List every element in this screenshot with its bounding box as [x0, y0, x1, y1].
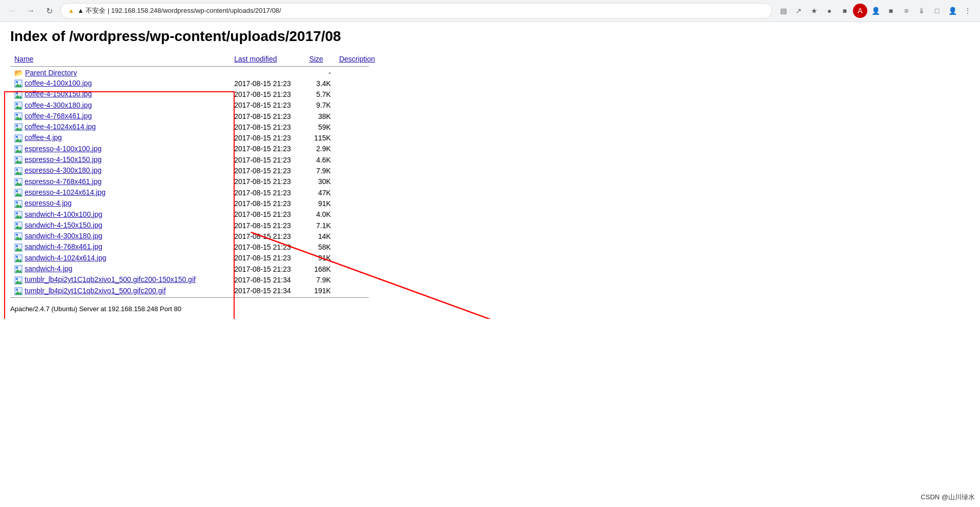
file-size: 91K: [305, 253, 335, 263]
file-icon: [14, 177, 23, 186]
table-row: sandwich-4-1024x614.jpg2017-08-15 21:239…: [10, 253, 379, 263]
ext5-icon[interactable]: ≡: [899, 4, 913, 18]
size-column-header[interactable]: Size: [309, 55, 323, 63]
ext3-icon[interactable]: 👤: [868, 4, 883, 18]
menu-icon[interactable]: ⋮: [961, 4, 975, 18]
file-link[interactable]: coffee-4-100x100.jpg: [25, 79, 92, 87]
reload-button[interactable]: ↻: [42, 4, 56, 18]
file-link[interactable]: espresso-4-100x100.jpg: [25, 145, 101, 153]
modified-column-header[interactable]: Last modified: [234, 55, 277, 63]
file-desc: [335, 286, 379, 296]
file-link[interactable]: coffee-4-768x461.jpg: [25, 112, 92, 120]
file-desc: [335, 78, 379, 89]
file-icon: [14, 221, 23, 229]
file-icon: [14, 232, 23, 240]
file-link[interactable]: espresso-4.jpg: [25, 199, 72, 207]
file-desc: [335, 220, 379, 231]
file-link[interactable]: espresso-4-768x461.jpg: [25, 177, 101, 186]
cast-icon[interactable]: ▤: [776, 4, 790, 18]
file-icon: [14, 188, 23, 196]
file-link[interactable]: sandwich-4.jpg: [25, 265, 72, 273]
file-link[interactable]: espresso-4-150x150.jpg: [25, 155, 101, 164]
file-icon: [14, 199, 23, 207]
file-link[interactable]: sandwich-4-768x461.jpg: [25, 242, 102, 251]
extension-icons: ▤ ↗ ★ ● ■ A 👤 ■ ≡ ⇓ □ 👤 ⋮: [776, 4, 975, 18]
table-row: espresso-4-768x461.jpg2017-08-15 21:2330…: [10, 176, 379, 187]
svg-rect-34: [16, 201, 18, 204]
file-desc: [335, 154, 379, 165]
file-icon: [14, 265, 23, 273]
share-icon[interactable]: ↗: [791, 4, 806, 18]
file-desc: [335, 263, 379, 274]
file-modified: 2017-08-15 21:23: [230, 78, 305, 89]
file-link[interactable]: sandwich-4-300x180.jpg: [25, 232, 102, 240]
file-size: 2.9K: [305, 144, 335, 154]
profile-icon[interactable]: 👤: [945, 4, 960, 18]
file-size: 7.1K: [305, 220, 335, 231]
file-icon: [14, 101, 23, 109]
svg-rect-1: [16, 81, 18, 83]
file-desc: [335, 132, 379, 143]
file-icon: [14, 254, 23, 262]
name-column-header[interactable]: Name: [14, 55, 33, 63]
file-desc: [335, 176, 379, 187]
ext4-icon[interactable]: ■: [884, 4, 898, 18]
table-row: tumblr_lb4pi2yt1C1qb2xivo1_500.gifc200-1…: [10, 274, 379, 285]
svg-rect-22: [16, 157, 18, 159]
file-link[interactable]: sandwich-4-1024x614.jpg: [25, 254, 107, 262]
address-bar[interactable]: ▲ ▲ 不安全 | 192.168.158.248/wordpress/wp-c…: [60, 3, 772, 18]
file-size: 58K: [305, 241, 335, 252]
file-link[interactable]: sandwich-4-150x150.jpg: [25, 221, 102, 229]
file-modified: 2017-08-15 21:23: [230, 132, 305, 143]
window-icon[interactable]: □: [930, 4, 944, 18]
file-size: 59K: [305, 121, 335, 132]
extensions-icon[interactable]: ●: [822, 4, 837, 18]
file-icon: [14, 166, 23, 174]
file-link[interactable]: espresso-4-1024x614.jpg: [25, 188, 106, 196]
back-button[interactable]: ←: [5, 4, 19, 18]
ext2-icon[interactable]: A: [853, 4, 867, 18]
table-row: sandwich-4-100x100.jpg2017-08-15 21:234.…: [10, 209, 379, 220]
svg-rect-31: [16, 190, 18, 192]
file-link[interactable]: coffee-4.jpg: [25, 133, 62, 141]
download-icon[interactable]: ⇓: [914, 4, 929, 18]
file-link[interactable]: espresso-4-300x180.jpg: [25, 166, 101, 174]
file-modified: 2017-08-15 21:23: [230, 263, 305, 274]
file-link[interactable]: coffee-4-1024x614.jpg: [25, 123, 96, 131]
table-row: espresso-4.jpg2017-08-15 21:2391K: [10, 198, 379, 209]
file-modified: 2017-08-15 21:23: [230, 209, 305, 220]
desc-column-header[interactable]: Description: [339, 55, 375, 63]
forward-button[interactable]: →: [24, 4, 38, 18]
file-desc: [335, 89, 379, 99]
file-desc: [335, 187, 379, 198]
table-row: sandwich-4-150x150.jpg2017-08-15 21:237.…: [10, 220, 379, 231]
svg-rect-16: [16, 136, 18, 138]
svg-rect-25: [16, 169, 18, 171]
file-modified: 2017-08-15 21:23: [230, 241, 305, 252]
file-link[interactable]: tumblr_lb4pi2yt1C1qb2xivo1_500.gifc200-1…: [25, 275, 196, 283]
file-size: 3.4K: [305, 78, 335, 89]
svg-rect-43: [16, 234, 18, 236]
file-size: 91K: [305, 198, 335, 209]
file-icon: [14, 275, 23, 283]
file-modified: 2017-08-15 21:23: [230, 220, 305, 231]
file-size: 115K: [305, 132, 335, 143]
file-desc: [335, 231, 379, 241]
file-link[interactable]: coffee-4-150x150.jpg: [25, 90, 92, 98]
bookmark-icon[interactable]: ★: [807, 4, 821, 18]
file-link[interactable]: coffee-4-300x180.jpg: [25, 101, 92, 109]
svg-rect-10: [16, 114, 18, 116]
table-row: 📂Parent Directory-: [10, 68, 379, 78]
file-link[interactable]: tumblr_lb4pi2yt1C1qb2xivo1_500.gifc200.g…: [25, 287, 166, 295]
file-table: Name Last modified Size Description 📂Par…: [10, 53, 379, 299]
file-modified: [230, 68, 305, 78]
file-modified: 2017-08-15 21:34: [230, 274, 305, 285]
file-desc: [335, 165, 379, 176]
file-modified: 2017-08-15 21:23: [230, 253, 305, 263]
table-row: espresso-4-150x150.jpg2017-08-15 21:234.…: [10, 154, 379, 165]
ext1-icon[interactable]: ■: [838, 4, 852, 18]
parent-dir-link[interactable]: Parent Directory: [25, 69, 77, 77]
file-modified: 2017-08-15 21:23: [230, 121, 305, 132]
file-modified: 2017-08-15 21:34: [230, 286, 305, 296]
file-link[interactable]: sandwich-4-100x100.jpg: [25, 210, 102, 218]
